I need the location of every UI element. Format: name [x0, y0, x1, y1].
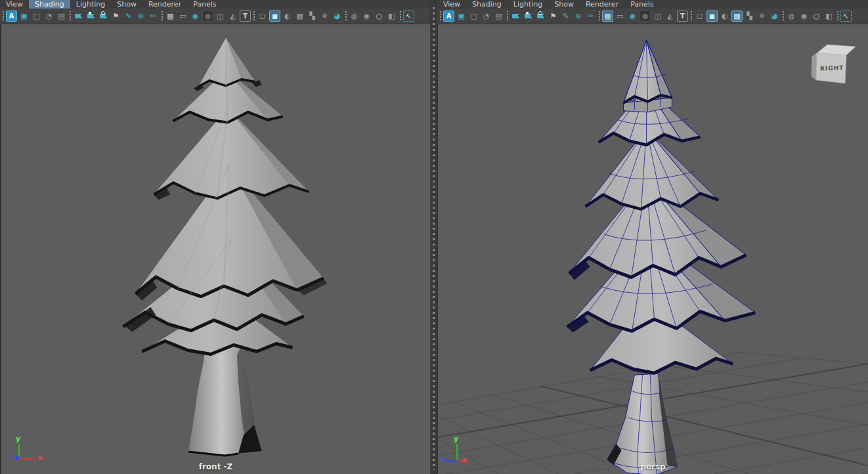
axis-y-label: y	[16, 435, 20, 443]
viewcube[interactable]: RIGHT	[812, 45, 856, 83]
wireframe-icon[interactable]: ◻	[257, 11, 268, 22]
bookmark-icon[interactable]: ⚑	[110, 11, 121, 22]
panel-front: ViewShadingLightingShowRendererPanels A▣…	[0, 0, 430, 474]
safe-action-icon[interactable]: ◭	[227, 11, 238, 22]
toolbar-divider	[1, 11, 5, 21]
textured-icon[interactable]: ▩	[731, 11, 743, 22]
ao-icon[interactable]: ◍	[786, 11, 797, 22]
pan-zoom-icon[interactable]: ⊕	[573, 11, 584, 22]
tree-trunk-front	[188, 345, 262, 455]
safe-action-icon[interactable]: ◭	[664, 11, 676, 22]
default-lighting-icon[interactable]: ☼	[319, 11, 330, 22]
toolbar-divider	[836, 11, 839, 21]
resolution-gate-icon[interactable]: ◉	[627, 11, 638, 22]
default-material-icon[interactable]: ◐	[282, 11, 293, 22]
anti-alias-icon[interactable]: ○	[811, 11, 822, 22]
persp-view-scene: RIGHT	[438, 24, 868, 474]
film-gate-icon[interactable]: ▭	[177, 11, 188, 22]
gate-mask-icon[interactable]: ●	[640, 11, 651, 22]
wireframe-icon[interactable]: ◻	[694, 11, 705, 22]
menu-lighting[interactable]: Lighting	[508, 0, 548, 9]
marquee-select-icon[interactable]: □	[31, 11, 42, 22]
snapshot-icon[interactable]: ▤	[56, 11, 67, 22]
safe-title-icon[interactable]: T	[240, 11, 251, 22]
toolbar-divider	[781, 11, 785, 21]
viewport-persp[interactable]: RIGHT y x z persp	[437, 24, 868, 474]
splitter-dots	[433, 4, 435, 470]
panel-splitter[interactable]	[430, 0, 437, 474]
grid-icon[interactable]: ▦	[165, 11, 176, 22]
default-material-icon[interactable]: ◐	[719, 11, 730, 22]
camera-attributes-icon[interactable]	[535, 11, 546, 22]
use-all-lights-icon[interactable]: ▚	[307, 11, 318, 22]
toolbar-divider	[399, 11, 402, 21]
use-all-lights-icon[interactable]: ▚	[744, 11, 755, 22]
xray-icon[interactable]: ◧	[386, 11, 397, 22]
menu-shading[interactable]: Shading	[466, 0, 508, 9]
isolate-select-icon[interactable]: ↖	[840, 11, 852, 22]
grease-pencil-icon[interactable]: ✎	[123, 11, 134, 22]
frame-selected-icon[interactable]: ▣	[18, 11, 30, 22]
menu-view[interactable]: View	[437, 0, 466, 9]
textured-icon[interactable]: ▩	[294, 11, 305, 22]
grease-pencil-icon[interactable]: ✎	[560, 11, 571, 22]
camera-icon-shape	[512, 14, 519, 18]
menu-lighting[interactable]: Lighting	[70, 0, 111, 9]
field-chart-icon[interactable]: ◫	[652, 11, 663, 22]
axis-x-line	[18, 458, 35, 460]
gate-mask-icon[interactable]: ●	[202, 11, 213, 22]
pie-view-icon[interactable]: ◔	[481, 11, 492, 22]
viewcube-face-label: RIGHT	[820, 64, 844, 72]
motion-blur-icon[interactable]: ◉	[361, 11, 372, 22]
camera-icon[interactable]	[510, 11, 521, 22]
viewport-front[interactable]: y x z front -Z	[0, 24, 430, 474]
bookmark-icon[interactable]: ⚑	[548, 11, 559, 22]
shadows-icon[interactable]: ◕	[769, 11, 780, 22]
menu-renderer[interactable]: Renderer	[580, 0, 624, 9]
field-chart-icon[interactable]: ◫	[215, 11, 226, 22]
film-gate-icon[interactable]: ▭	[615, 11, 626, 22]
annotate-pencil-icon[interactable]: ✏	[585, 11, 596, 22]
camera-label-front: front -Z	[1, 462, 430, 471]
marquee-select-icon[interactable]: □	[468, 11, 479, 22]
camera-attributes-icon-shape	[537, 14, 544, 18]
camera-lock-icon-shape	[525, 14, 532, 18]
frame-selected-icon[interactable]: ▣	[456, 11, 467, 22]
safe-title-icon[interactable]: T	[677, 11, 688, 22]
pan-zoom-icon[interactable]: ⊕	[135, 11, 146, 22]
menubar-front: ViewShadingLightingShowRendererPanels	[0, 0, 430, 9]
menu-renderer[interactable]: Renderer	[142, 0, 187, 9]
anti-alias-icon[interactable]: ○	[374, 11, 385, 22]
menu-view[interactable]: View	[0, 0, 29, 9]
camera-lock-icon[interactable]	[523, 11, 534, 22]
xray-icon[interactable]: ◧	[823, 11, 835, 22]
camera-icon-shape	[75, 14, 82, 18]
menu-shading[interactable]: Shading	[29, 0, 70, 9]
menu-show[interactable]: Show	[111, 0, 142, 9]
menu-panels[interactable]: Panels	[624, 0, 659, 9]
pie-view-icon[interactable]: ◔	[43, 11, 54, 22]
smooth-shade-icon[interactable]: ◼	[706, 11, 718, 22]
shadows-icon[interactable]: ◕	[332, 11, 343, 22]
default-lighting-icon[interactable]: ☼	[756, 11, 768, 22]
select-by-name-icon[interactable]: A	[443, 11, 454, 22]
ao-icon[interactable]: ◍	[349, 11, 360, 22]
toolbar-divider	[506, 11, 509, 21]
menu-panels[interactable]: Panels	[187, 0, 222, 9]
snapshot-icon[interactable]: ▤	[493, 11, 504, 22]
menu-show[interactable]: Show	[548, 0, 580, 9]
axis-y-label: y	[454, 435, 458, 443]
select-by-name-icon[interactable]: A	[6, 11, 17, 22]
motion-blur-icon[interactable]: ◉	[798, 11, 810, 22]
toolbar-divider	[439, 11, 442, 21]
grid-icon[interactable]: ▦	[602, 11, 613, 22]
resolution-gate-icon[interactable]: ◉	[190, 11, 201, 22]
camera-attributes-icon[interactable]	[98, 11, 109, 22]
isolate-select-icon[interactable]: ↖	[403, 11, 414, 22]
camera-icon[interactable]	[73, 11, 84, 22]
smooth-shade-icon[interactable]: ◼	[269, 11, 280, 22]
axis-y-line	[456, 444, 458, 460]
camera-lock-icon[interactable]	[85, 11, 97, 22]
toolbar-divider	[689, 11, 693, 21]
annotate-pencil-icon[interactable]: ✏	[148, 11, 159, 22]
